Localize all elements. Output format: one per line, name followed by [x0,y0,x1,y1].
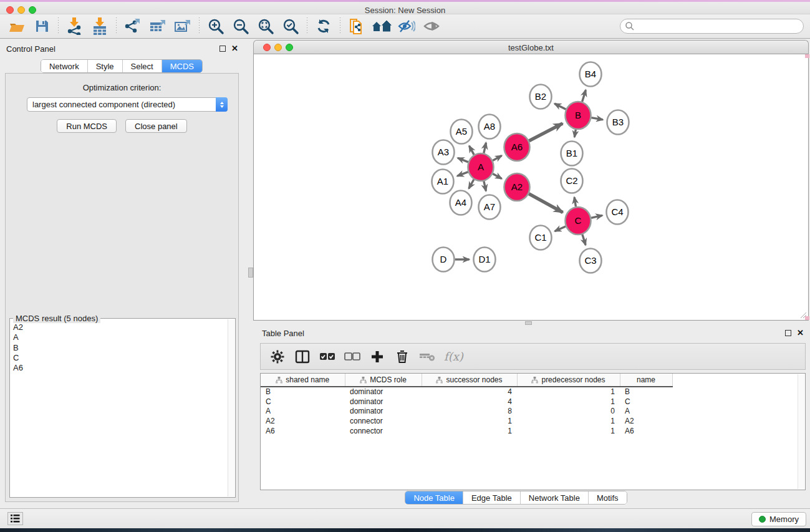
mcds-result-list[interactable]: A2ABCA6 [11,322,226,373]
table-cell[interactable]: 1 [422,426,517,436]
mcds-result-item[interactable]: B [13,343,226,353]
export-network-icon[interactable] [122,17,143,36]
node-A1[interactable]: A1 [432,170,454,194]
zoom-selected-icon[interactable] [280,17,301,36]
table-scrollbar[interactable] [798,374,804,489]
network-window-titlebar[interactable]: testGlobe.txt [253,40,809,54]
edge-A-A8[interactable] [484,143,486,153]
table-cell[interactable]: connector [345,416,422,426]
edge-A-A3[interactable] [458,158,468,162]
edge-A-A6[interactable] [493,155,501,160]
edge-A-A1[interactable] [457,172,468,177]
home-icon[interactable] [371,17,392,36]
memory-button[interactable]: Memory [751,512,806,526]
node-A4[interactable]: A4 [450,191,472,215]
edge-C-C2[interactable] [574,197,576,206]
node-C3[interactable]: C3 [580,249,602,273]
open-session-icon[interactable] [6,17,27,36]
zoom-fit-icon[interactable] [255,17,276,36]
refresh-icon[interactable] [313,17,334,36]
show-graphics-icon[interactable] [421,17,442,36]
zoom-in-icon[interactable] [205,17,226,36]
node-C2[interactable]: C2 [561,169,583,193]
tab-style[interactable]: Style [88,60,123,72]
node-C[interactable]: C [566,207,591,235]
criterion-dropdown[interactable]: largest connected component (directed) [27,97,228,112]
column-header-successor-nodes[interactable]: successor nodes [422,374,517,387]
table-cell[interactable]: 8 [422,406,517,416]
network-canvas[interactable]: B4B2BB3A8A5A6A3B1AC2A1A2A4A7C4CC1DD1C3 [253,54,809,321]
task-history-button[interactable] [7,512,23,525]
mcds-list-scrollbar[interactable] [228,319,234,496]
tab-mcds[interactable]: MCDS [162,60,202,72]
table-cell[interactable]: A2 [620,416,672,426]
node-B1[interactable]: B1 [561,142,583,166]
edge-B-B3[interactable] [591,118,603,120]
node-C4[interactable]: C4 [607,200,629,225]
table-cell[interactable]: 1 [422,416,517,426]
table-cell[interactable]: 1 [517,387,620,397]
table-cell[interactable]: C [261,397,345,407]
import-table-icon[interactable] [89,17,110,36]
table-cell[interactable]: connector [345,426,422,436]
table-cell[interactable]: dominator [345,387,422,397]
table-cell[interactable]: 1 [517,426,620,436]
import-network-icon[interactable] [64,17,85,36]
node-A[interactable]: A [468,153,494,181]
table-cell[interactable]: 1 [517,416,620,426]
close-panel-icon[interactable]: ✕ [231,46,238,52]
table-row[interactable]: A2connector11A2 [261,416,672,426]
hide-graphics-icon[interactable] [396,17,417,36]
edge-B-B2[interactable] [554,104,566,109]
table-tab-node-table[interactable]: Node Table [405,491,463,504]
node-A3[interactable]: A3 [433,140,455,165]
node-A8[interactable]: A8 [479,115,501,139]
deselect-all-icon[interactable] [344,349,360,365]
edge-A2-C[interactable] [529,194,562,213]
save-session-icon[interactable] [31,17,52,36]
add-column-icon[interactable] [369,349,385,365]
edge-A-A5[interactable] [469,146,474,155]
clear-table-icon[interactable] [419,349,435,365]
split-view-icon[interactable] [294,349,311,365]
node-A7[interactable]: A7 [479,195,501,220]
network-graph[interactable]: B4B2BB3A8A5A6A3B1AC2A1A2A4A7C4CC1DD1C3 [254,54,808,319]
table-cell[interactable]: A6 [261,426,345,436]
table-cell[interactable]: 1 [517,397,620,407]
table-cell[interactable]: B [620,387,672,397]
node-A5[interactable]: A5 [451,120,473,144]
close-panel-button[interactable]: Close panel [125,119,187,133]
edge-A-A2[interactable] [493,174,501,179]
node-table[interactable]: shared nameMCDS rolesuccessor nodesprede… [260,373,806,490]
edge-A-A4[interactable] [469,180,474,189]
column-header-MCDS-role[interactable]: MCDS role [345,374,422,387]
float-table-panel-icon[interactable] [785,330,791,336]
mcds-result-item[interactable]: C [13,353,226,363]
table-cell[interactable]: A [620,406,672,416]
mcds-result-item[interactable]: A2 [13,322,226,332]
float-panel-icon[interactable] [219,46,226,52]
vertical-splitter-handle[interactable] [248,268,253,278]
close-table-panel-icon[interactable]: ✕ [797,330,804,336]
table-cell[interactable]: A2 [261,416,345,426]
function-builder-icon[interactable]: f(x) [444,350,463,363]
edge-B-B1[interactable] [574,130,576,137]
table-cell[interactable]: dominator [345,406,422,416]
clone-network-icon[interactable] [346,17,367,36]
tab-network[interactable]: Network [41,60,88,72]
table-settings-icon[interactable] [269,349,286,365]
edge-B-B4[interactable] [582,90,586,102]
mcds-result-item[interactable]: A6 [13,363,226,373]
table-tab-network-table[interactable]: Network Table [521,491,589,504]
zoom-out-icon[interactable] [230,17,251,36]
node-B2[interactable]: B2 [530,85,552,109]
edge-C-C1[interactable] [555,226,566,231]
table-cell[interactable]: C [620,397,672,407]
table-cell[interactable]: 4 [422,397,517,407]
node-D[interactable]: D [433,248,455,272]
table-row[interactable]: Bdominator41B [261,387,672,397]
node-B4[interactable]: B4 [580,62,602,87]
table-cell[interactable]: A6 [620,426,672,436]
export-image-icon[interactable] [172,17,193,36]
select-all-icon[interactable] [319,349,335,365]
